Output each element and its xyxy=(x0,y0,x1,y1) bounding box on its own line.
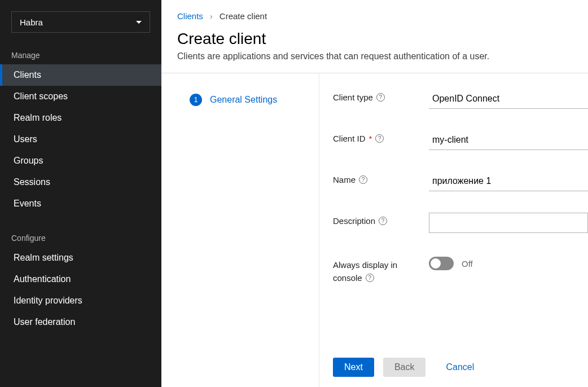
breadcrumb: Clients › Create client xyxy=(161,0,588,21)
sidebar: Habra Manage Clients Client scopes Realm… xyxy=(0,0,161,387)
breadcrumb-current: Create client xyxy=(220,11,267,21)
step-number-badge: 1 xyxy=(190,94,202,106)
help-icon[interactable]: ? xyxy=(379,217,387,225)
name-field[interactable] xyxy=(429,171,588,191)
help-icon[interactable]: ? xyxy=(366,274,374,282)
sidebar-item-groups[interactable]: Groups xyxy=(0,150,161,171)
realm-name: Habra xyxy=(20,17,43,27)
row-client-type: Client type ? xyxy=(333,89,588,109)
row-always-display: Always display in console ? Off xyxy=(333,257,588,283)
description-field[interactable] xyxy=(429,213,588,233)
label-name: Name ? xyxy=(333,171,429,184)
label-client-type: Client type ? xyxy=(333,89,429,102)
step-label: General Settings xyxy=(210,95,277,105)
label-client-id: Client ID * ? xyxy=(333,130,429,143)
form-area: Client type ? Client ID * ? xyxy=(319,73,588,387)
back-button[interactable]: Back xyxy=(383,358,426,377)
wizard-steps: 1 General Settings xyxy=(161,73,319,387)
sidebar-item-identity-providers[interactable]: Identity providers xyxy=(0,290,161,311)
help-icon[interactable]: ? xyxy=(359,175,367,184)
next-button[interactable]: Next xyxy=(333,358,374,377)
help-icon[interactable]: ? xyxy=(376,93,385,102)
section-configure-title: Configure xyxy=(0,226,161,247)
cancel-button[interactable]: Cancel xyxy=(435,358,485,377)
page-description: Clients are applications and services th… xyxy=(161,51,588,73)
row-description: Description ? xyxy=(333,213,588,235)
client-id-field[interactable] xyxy=(429,130,588,150)
sidebar-item-realm-roles[interactable]: Realm roles xyxy=(0,107,161,129)
label-always-display: Always display in console ? xyxy=(333,257,429,283)
wizard-footer: Next Back Cancel xyxy=(333,358,588,387)
realm-selector[interactable]: Habra xyxy=(11,11,150,33)
sidebar-item-users[interactable]: Users xyxy=(0,129,161,150)
client-type-field[interactable] xyxy=(429,89,588,109)
caret-down-icon xyxy=(136,21,142,24)
label-description: Description ? xyxy=(333,213,429,226)
row-name: Name ? xyxy=(333,171,588,191)
chevron-right-icon: › xyxy=(210,11,213,21)
always-display-toggle[interactable] xyxy=(429,257,454,270)
sidebar-item-clients[interactable]: Clients xyxy=(0,64,161,86)
breadcrumb-root[interactable]: Clients xyxy=(177,11,203,21)
sidebar-item-events[interactable]: Events xyxy=(0,193,161,214)
sidebar-item-client-scopes[interactable]: Client scopes xyxy=(0,86,161,107)
wizard-body: 1 General Settings Client type ? Client … xyxy=(161,73,588,387)
required-marker: * xyxy=(369,134,372,143)
sidebar-item-realm-settings[interactable]: Realm settings xyxy=(0,247,161,269)
row-client-id: Client ID * ? xyxy=(333,130,588,150)
main-content: Clients › Create client Create client Cl… xyxy=(161,0,588,387)
sidebar-item-sessions[interactable]: Sessions xyxy=(0,171,161,193)
sidebar-item-authentication[interactable]: Authentication xyxy=(0,269,161,290)
section-manage-title: Manage xyxy=(0,43,161,64)
sidebar-item-user-federation[interactable]: User federation xyxy=(0,311,161,333)
help-icon[interactable]: ? xyxy=(375,134,384,143)
page-title: Create client xyxy=(161,21,588,51)
wizard-step-general-settings[interactable]: 1 General Settings xyxy=(190,94,302,106)
toggle-state-label: Off xyxy=(462,259,473,269)
